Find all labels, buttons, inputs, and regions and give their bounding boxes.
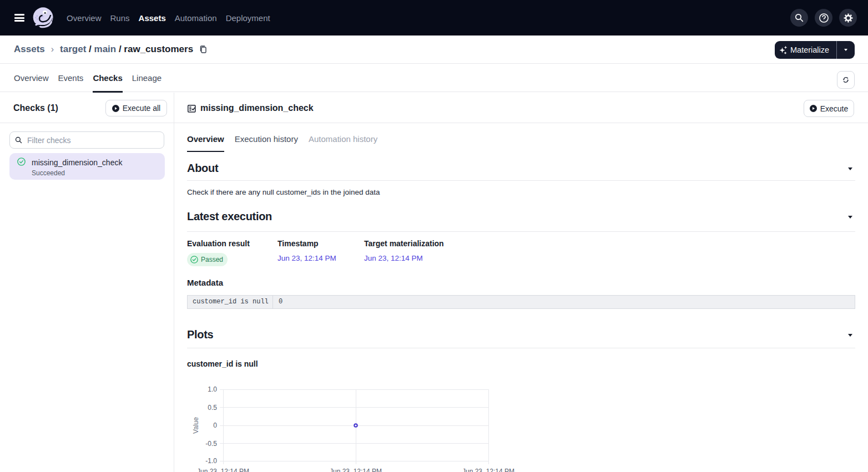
svg-text:Jun 23, 12:14 PM: Jun 23, 12:14 PM: [462, 468, 514, 472]
svg-text:Value: Value: [192, 417, 200, 434]
svg-text:1.0: 1.0: [208, 385, 217, 393]
svg-text:0.5: 0.5: [208, 404, 217, 412]
svg-text:Jun 23, 12:14 PM: Jun 23, 12:14 PM: [197, 468, 249, 472]
svg-text:Jun 23, 12:14 PM: Jun 23, 12:14 PM: [330, 468, 382, 472]
svg-text:0: 0: [213, 422, 217, 429]
svg-text:-0.5: -0.5: [205, 440, 217, 448]
svg-text:-1.0: -1.0: [205, 457, 217, 465]
